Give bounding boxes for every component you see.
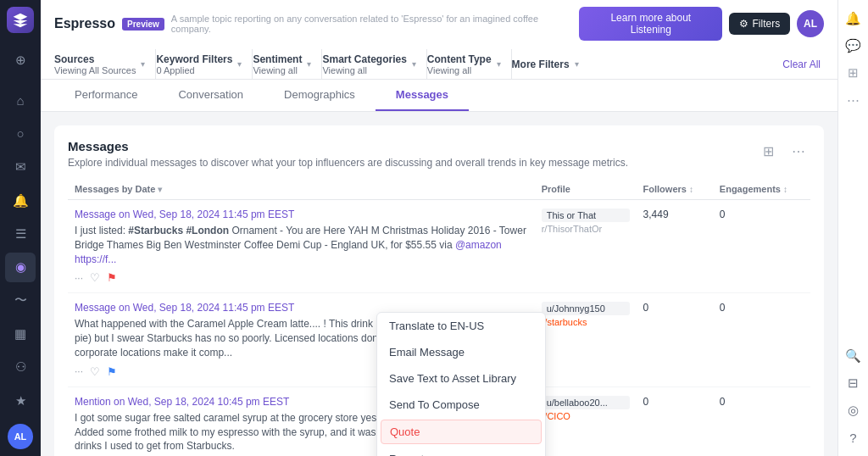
main-area: Espresso Preview A sample topic reportin… [41,0,837,456]
flag-icon-1[interactable]: ⚑ [107,271,117,284]
content-area: Messages Explore individual messages to … [41,112,837,456]
right-grid-icon[interactable]: ⊞ [842,61,865,85]
preview-desc: A sample topic reporting on any conversa… [171,14,579,34]
profile-cell-1: This or That r/ThisorThatOr [535,200,637,293]
header-actions: Learn more about Listening ⚙ Filters AL [579,7,824,41]
message-body-1: I just listed: #Starbucks #London Orname… [75,224,528,266]
col-messages-by-date[interactable]: Messages by Date ▾ [68,179,535,200]
message-actions-1: ··· ♡ ⚑ [75,271,528,284]
chevron-down-icon: ▾ [237,59,242,69]
more-options-button[interactable]: ⋯ [787,139,810,163]
heart-icon-2[interactable]: ♡ [90,365,100,378]
sort-icon: ▾ [158,185,162,194]
right-table-icon[interactable]: ⊟ [842,371,865,395]
engagements-cell-2: 0 [713,293,810,386]
preview-badge: Preview [122,18,164,31]
tab-messages[interactable]: Messages [376,80,469,111]
context-save-asset[interactable]: Save Text to Asset Library [377,365,545,392]
profile-sub-2: r/starbucks [542,317,630,327]
sidebar-item-star[interactable]: ★ [5,386,36,415]
top-header: Espresso Preview A sample topic reportin… [41,0,837,80]
messages-desc: Explore individual messages to discover … [68,157,810,169]
sidebar-expand-icon[interactable]: ⊕ [5,45,36,75]
left-sidebar: ⊕ ⌂ ○ ✉ 🔔 ☰ ◉ 〜 ▦ ⚇ ★ AL [0,0,41,456]
app-title: Espresso [54,16,115,31]
messages-title: Messages [68,139,810,153]
tab-conversation[interactable]: Conversation [158,80,264,111]
right-pin-icon[interactable]: ◎ [842,398,865,422]
platform-label-1: This or That [542,209,630,222]
right-notification-icon[interactable]: 🔔 [842,7,865,31]
platform-label-2: u/Johnnyg150 [542,302,630,315]
right-chat-icon[interactable]: 💬 [842,34,865,58]
filter-sentiment[interactable]: Sentiment Viewing all ▾ [253,49,322,79]
col-profile: Profile [535,179,637,200]
right-help-icon[interactable]: ? [842,425,865,449]
context-quote[interactable]: Quote [381,420,542,444]
tab-performance[interactable]: Performance [54,80,158,111]
sidebar-item-home[interactable]: ⌂ [5,86,36,115]
context-menu: Translate to EN-US Email Message Save Te… [376,312,546,456]
sidebar-item-wave[interactable]: 〜 [5,286,36,315]
more-dots-2[interactable]: ··· [75,365,83,377]
context-translate[interactable]: Translate to EN-US [377,313,545,339]
heart-icon-1[interactable]: ♡ [90,271,100,284]
context-email[interactable]: Email Message [377,339,545,365]
sidebar-item-mail[interactable]: ✉ [5,152,36,181]
app-logo[interactable] [7,7,34,33]
right-sidebar: 🔔 💬 ⊞ ⋯ 🔍 ⊟ ◎ ? [837,0,868,456]
right-search-icon[interactable]: 🔍 [842,344,865,368]
engagements-cell-1: 0 [713,200,810,293]
tab-bar: Performance Conversation Demographics Me… [41,80,837,112]
followers-cell-2: 0 [637,293,713,386]
filters-button[interactable]: ⚙ Filters [729,13,790,35]
table-row: Message on Wed, Sep 18, 2024 11:45 pm EE… [68,200,810,293]
message-link-1[interactable]: Message on Wed, Sep 18, 2024 11:45 pm EE… [75,209,294,220]
chevron-down-icon: ▾ [307,59,311,69]
filter-icon: ⚙ [739,18,748,30]
sidebar-item-people[interactable]: ⚇ [5,353,36,382]
col-followers: Followers ↕ [637,179,713,200]
profile-button[interactable]: AL [797,10,824,37]
right-dots-icon[interactable]: ⋯ [842,88,865,112]
sidebar-avatar[interactable]: AL [8,424,33,448]
filter-content-type[interactable]: Content Type Viewing all ▾ [427,49,512,79]
learn-listening-button[interactable]: Learn more about Listening [579,7,722,41]
grid-view-button[interactable]: ⊞ [756,139,780,163]
context-repost[interactable]: Repost [377,446,545,456]
messages-panel: Messages Explore individual messages to … [54,125,824,456]
sidebar-item-bell[interactable]: 🔔 [5,186,36,215]
filter-bar: Sources Viewing All Sources ▾ Keyword Fi… [54,44,824,79]
message-link-3[interactable]: Mention on Wed, Sep 18, 2024 10:45 pm EE… [75,396,289,408]
followers-cell-3: 0 [637,386,713,456]
col-engagements: Engagements ↕ [713,179,810,200]
more-dots-1[interactable]: ··· [75,272,83,284]
filter-smart-categories[interactable]: Smart Categories Viewing all ▾ [322,49,426,79]
clear-all-button[interactable]: Clear All [782,58,824,70]
chevron-down-icon: ▾ [497,59,501,69]
tab-demographics[interactable]: Demographics [264,80,376,111]
sidebar-item-chart[interactable]: ◉ [5,253,36,282]
filter-sources[interactable]: Sources Viewing All Sources ▾ [54,49,156,79]
profile-sub-3: r/CICO [542,411,630,421]
panel-actions: ⊞ ⋯ [756,139,810,163]
sidebar-item-menu[interactable]: ☰ [5,219,36,248]
flag-icon-2[interactable]: ⚑ [107,365,117,378]
message-link-2[interactable]: Message on Wed, Sep 18, 2024 11:45 pm EE… [75,302,294,314]
profile-cell-2: u/Johnnyg150 r/starbucks [535,293,637,386]
chevron-down-icon: ▾ [412,59,416,69]
followers-cell-1: 3,449 [637,200,713,293]
sidebar-item-bar[interactable]: ▦ [5,319,36,348]
engagements-cell-3: 0 [713,386,810,456]
message-cell-1: Message on Wed, Sep 18, 2024 11:45 pm EE… [68,200,535,293]
sidebar-item-circle[interactable]: ○ [5,119,36,148]
chevron-down-icon: ▾ [141,59,145,69]
chevron-down-icon: ▾ [575,59,579,69]
filter-more[interactable]: More Filters ▾ [512,54,589,74]
profile-sub-1: r/ThisorThatOr [542,224,630,234]
context-send-compose[interactable]: Send To Compose [377,392,545,418]
filter-keyword[interactable]: Keyword Filters 0 Applied ▾ [156,49,253,79]
platform-label-3: u/bellaboo20... [542,396,630,409]
profile-cell-3: u/bellaboo20... r/CICO [535,386,637,456]
